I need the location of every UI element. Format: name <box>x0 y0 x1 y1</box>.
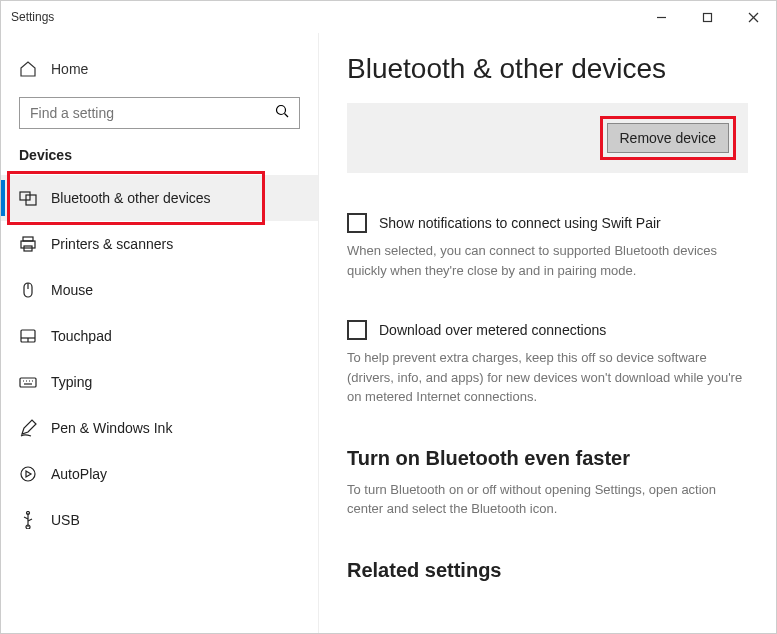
autoplay-icon <box>19 465 37 483</box>
sidebar-item-typing[interactable]: Typing <box>1 359 318 405</box>
metered-label: Download over metered connections <box>379 322 606 338</box>
metered-help: To help prevent extra charges, keep this… <box>347 348 747 407</box>
sidebar: Home Devices Bluetooth & other devices P… <box>1 33 319 633</box>
sidebar-item-touchpad[interactable]: Touchpad <box>1 313 318 359</box>
window-controls <box>638 1 776 33</box>
printer-icon <box>19 235 37 253</box>
home-label: Home <box>51 61 88 77</box>
highlight-box: Remove device <box>600 116 737 160</box>
sidebar-item-mouse[interactable]: Mouse <box>1 267 318 313</box>
sidebar-item-label: Typing <box>51 374 92 390</box>
sidebar-item-printers[interactable]: Printers & scanners <box>1 221 318 267</box>
swift-pair-checkbox[interactable] <box>347 213 367 233</box>
svg-point-22 <box>21 467 35 481</box>
remove-device-button[interactable]: Remove device <box>607 123 730 153</box>
sidebar-item-usb[interactable]: USB <box>1 497 318 543</box>
close-button[interactable] <box>730 1 776 33</box>
related-heading: Related settings <box>347 559 748 582</box>
swift-pair-help: When selected, you can connect to suppor… <box>347 241 747 280</box>
metered-checkbox[interactable] <box>347 320 367 340</box>
page-title: Bluetooth & other devices <box>347 53 748 85</box>
faster-help: To turn Bluetooth on or off without open… <box>347 480 747 519</box>
sidebar-item-label: AutoPlay <box>51 466 107 482</box>
sidebar-item-label: Bluetooth & other devices <box>51 190 211 206</box>
sidebar-item-pen[interactable]: Pen & Windows Ink <box>1 405 318 451</box>
svg-rect-8 <box>23 237 33 241</box>
devices-icon <box>19 189 37 207</box>
window-title: Settings <box>11 10 54 24</box>
svg-rect-9 <box>21 241 35 248</box>
sidebar-item-label: Touchpad <box>51 328 112 344</box>
search-box[interactable] <box>19 97 300 129</box>
sidebar-item-label: Printers & scanners <box>51 236 173 252</box>
svg-line-5 <box>285 114 289 118</box>
svg-rect-16 <box>20 378 36 387</box>
device-panel: Remove device <box>347 103 748 173</box>
main-content: Bluetooth & other devices Remove device … <box>319 33 776 633</box>
search-input[interactable] <box>30 105 275 121</box>
search-icon <box>275 104 289 122</box>
swift-pair-row[interactable]: Show notifications to connect using Swif… <box>347 213 748 233</box>
pen-icon <box>19 419 37 437</box>
metered-row[interactable]: Download over metered connections <box>347 320 748 340</box>
mouse-icon <box>19 281 37 299</box>
touchpad-icon <box>19 327 37 345</box>
maximize-button[interactable] <box>684 1 730 33</box>
sidebar-item-label: Mouse <box>51 282 93 298</box>
sidebar-item-autoplay[interactable]: AutoPlay <box>1 451 318 497</box>
keyboard-icon <box>19 373 37 391</box>
usb-icon <box>19 511 37 529</box>
window-titlebar: Settings <box>1 1 776 33</box>
sidebar-item-label: Pen & Windows Ink <box>51 420 172 436</box>
faster-heading: Turn on Bluetooth even faster <box>347 447 748 470</box>
home-nav[interactable]: Home <box>1 51 318 87</box>
minimize-button[interactable] <box>638 1 684 33</box>
svg-rect-6 <box>20 192 30 200</box>
svg-point-4 <box>277 106 286 115</box>
svg-rect-1 <box>703 13 711 21</box>
swift-pair-label: Show notifications to connect using Swif… <box>379 215 661 231</box>
sidebar-item-label: USB <box>51 512 80 528</box>
home-icon <box>19 60 37 78</box>
sidebar-section-label: Devices <box>1 143 318 175</box>
sidebar-item-bluetooth[interactable]: Bluetooth & other devices <box>1 175 318 221</box>
